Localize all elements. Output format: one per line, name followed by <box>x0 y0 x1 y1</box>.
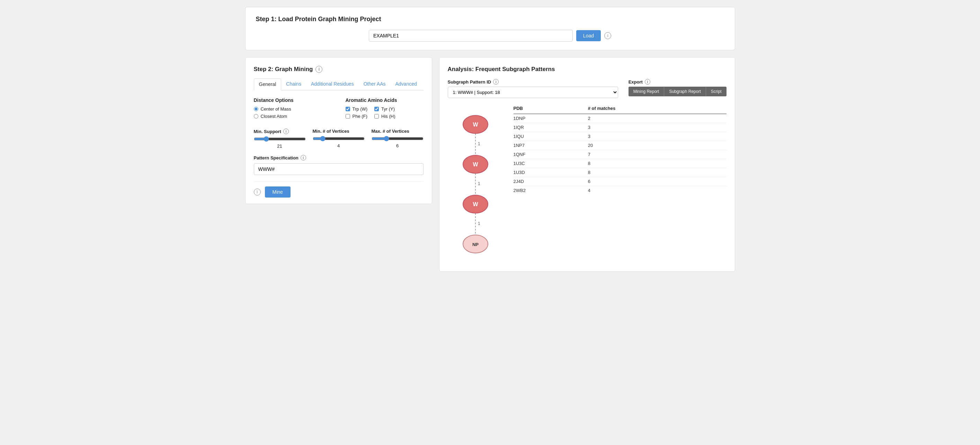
svg-text:1: 1 <box>478 221 480 226</box>
table-row: 1IQR3 <box>514 123 727 132</box>
matches-cell: 8 <box>588 159 727 168</box>
min-vertices-label: Min. # of Vertices <box>313 129 364 134</box>
trp-checkbox-row: Trp (W) <box>345 107 368 112</box>
closest-atom-label: Closest Atom <box>261 114 288 119</box>
table-row: 2WB24 <box>514 186 727 195</box>
tab-additional-residues[interactable]: Additional Residues <box>306 78 359 91</box>
min-support-label: Min. Support i <box>254 129 306 134</box>
pdb-cell: 1QNF <box>514 150 588 159</box>
min-support-slider[interactable] <box>254 136 306 142</box>
closest-atom-radio[interactable] <box>254 114 258 118</box>
export-group: Export i Mining Report Subgraph Report S… <box>628 79 727 96</box>
sliders-row: Min. Support i 21 Min. # of Vertices 4 M… <box>254 129 423 149</box>
tyr-label: Tyr (Y) <box>381 107 395 112</box>
matches-cell: 8 <box>588 168 727 177</box>
max-vertices-slider[interactable] <box>372 136 423 141</box>
graph-area: W 1 W 1 W <box>448 104 503 263</box>
pattern-spec-info-icon[interactable]: i <box>301 155 306 161</box>
subgraph-report-button[interactable]: Subgraph Report <box>664 87 706 96</box>
distance-options-group: Distance Options Center of Mass Closest … <box>254 97 332 121</box>
max-vertices-value: 6 <box>372 143 423 148</box>
pdb-cell: 1U3C <box>514 159 588 168</box>
phe-label: Phe (F) <box>353 114 368 119</box>
pdb-cell: 1DNP <box>514 114 588 123</box>
matches-cell: 3 <box>588 132 727 141</box>
tab-chains[interactable]: Chains <box>281 78 306 91</box>
matches-cell: 6 <box>588 177 727 186</box>
table-area: PDB # of matches 1DNP21IQR31IQU31NP7201Q… <box>514 104 727 263</box>
step2-title: Step 2: Graph Mining i <box>254 66 423 73</box>
min-support-info-icon[interactable]: i <box>283 129 289 134</box>
aromatic-aa-title: Aromatic Amino Acids <box>345 97 423 103</box>
tabs: General Chains Additional Residues Other… <box>254 78 423 91</box>
table-row: 1IQU3 <box>514 132 727 141</box>
his-checkbox[interactable] <box>374 114 379 118</box>
max-vertices-label: Max. # of Vertices <box>372 129 423 134</box>
phe-checkbox[interactable] <box>345 114 350 118</box>
table-row: 1U3C8 <box>514 159 727 168</box>
load-info-icon[interactable]: i <box>604 32 611 39</box>
table-row: 1U3D8 <box>514 168 727 177</box>
matches-cell: 2 <box>588 114 727 123</box>
svg-text:W: W <box>473 122 478 128</box>
load-button[interactable]: Load <box>576 30 601 41</box>
script-button[interactable]: Script <box>706 87 727 96</box>
distance-options-title: Distance Options <box>254 97 332 103</box>
svg-text:1: 1 <box>478 181 480 186</box>
min-vertices-slider[interactable] <box>313 136 364 141</box>
matches-cell: 20 <box>588 141 727 150</box>
subgraph-pattern-id-label: Subgraph Pattern ID i <box>448 79 618 85</box>
subgraph-pattern-select[interactable]: 1: WWW# | Support: 18 <box>448 87 618 98</box>
matches-cell: 7 <box>588 150 727 159</box>
export-info-icon[interactable]: i <box>645 79 650 85</box>
tab-other-aas[interactable]: Other AAs <box>359 78 391 91</box>
min-vertices-group: Min. # of Vertices 4 <box>313 129 364 149</box>
tab-general[interactable]: General <box>254 78 282 91</box>
subgraph-pattern-id-group: Subgraph Pattern ID i 1: WWW# | Support:… <box>448 79 618 98</box>
pdb-cell: 1U3D <box>514 168 588 177</box>
tab-advanced[interactable]: Advanced <box>390 78 422 91</box>
table-row: 1QNF7 <box>514 150 727 159</box>
his-label: His (H) <box>381 114 395 119</box>
pdb-cell: 2J4D <box>514 177 588 186</box>
match-table: PDB # of matches 1DNP21IQR31IQU31NP7201Q… <box>514 104 727 195</box>
step2-card: Step 2: Graph Mining i General Chains Ad… <box>245 57 432 204</box>
table-row: 1NP720 <box>514 141 727 150</box>
project-input[interactable] <box>369 30 573 41</box>
center-of-mass-radio[interactable] <box>254 107 258 111</box>
svg-text:1: 1 <box>478 141 480 146</box>
aromatic-aa-group: Aromatic Amino Acids Trp (W) Phe (F) <box>345 97 423 121</box>
analysis-title: Analysis: Frequent Subgraph Patterns <box>448 66 727 73</box>
svg-text:NP: NP <box>472 242 478 247</box>
pdb-cell: 1IQU <box>514 132 588 141</box>
col-pdb: PDB <box>514 104 588 114</box>
mine-button[interactable]: Mine <box>265 187 291 198</box>
export-buttons: Mining Report Subgraph Report Script <box>628 87 727 96</box>
analysis-card: Analysis: Frequent Subgraph Patterns Sub… <box>439 57 735 272</box>
tyr-checkbox[interactable] <box>374 107 379 111</box>
table-row: 2J4D6 <box>514 177 727 186</box>
center-of-mass-radio-row: Center of Mass <box>254 107 332 112</box>
min-support-value: 21 <box>254 144 306 149</box>
pattern-id-info-icon[interactable]: i <box>493 79 499 85</box>
step2-info-icon[interactable]: i <box>315 66 322 73</box>
col-matches: # of matches <box>588 104 727 114</box>
pattern-spec-input[interactable] <box>254 163 423 175</box>
footer-info-icon[interactable]: i <box>254 188 261 195</box>
matches-cell: 4 <box>588 186 727 195</box>
min-support-group: Min. Support i 21 <box>254 129 306 149</box>
pattern-spec-section: Pattern Specification i <box>254 155 423 175</box>
step1-card: Step 1: Load Protein Graph Mining Projec… <box>245 7 735 50</box>
closest-atom-radio-row: Closest Atom <box>254 114 332 119</box>
mining-report-button[interactable]: Mining Report <box>628 87 665 96</box>
trp-checkbox[interactable] <box>345 107 350 111</box>
svg-text:W: W <box>473 161 478 167</box>
table-row: 1DNP2 <box>514 114 727 123</box>
center-of-mass-label: Center of Mass <box>261 107 291 112</box>
his-checkbox-row: His (H) <box>374 114 395 119</box>
pattern-spec-title: Pattern Specification i <box>254 155 423 161</box>
min-vertices-value: 4 <box>313 143 364 148</box>
tyr-checkbox-row: Tyr (Y) <box>374 107 395 112</box>
trp-label: Trp (W) <box>353 107 368 112</box>
matches-cell: 3 <box>588 123 727 132</box>
